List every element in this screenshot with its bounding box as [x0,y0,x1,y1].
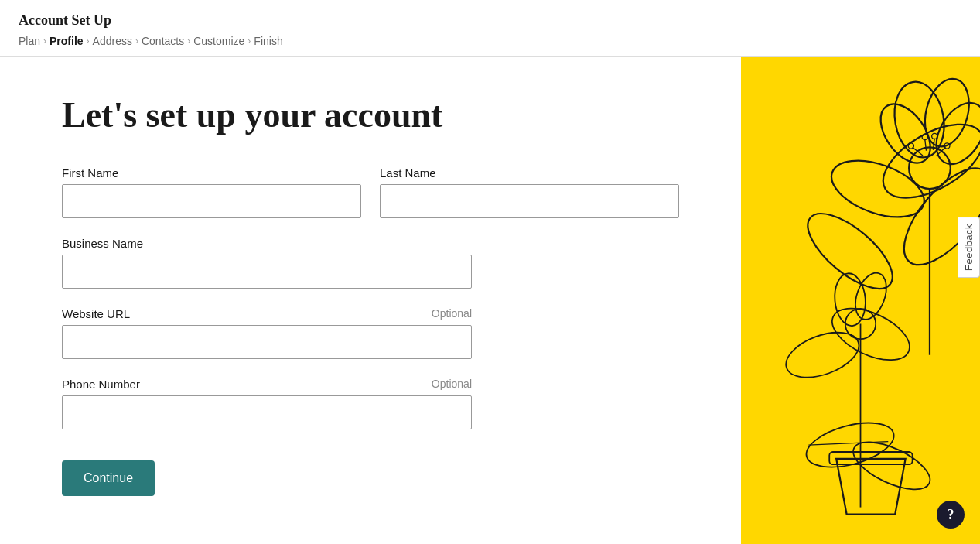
chevron-icon-2: › [87,36,90,46]
chevron-icon-4: › [187,36,190,46]
flower-svg [741,57,980,544]
svg-line-9 [925,139,927,151]
breadcrumb-plan[interactable]: Plan [19,35,40,47]
phone-number-label-row: Phone Number Optional [62,378,472,391]
page-title: Account Set Up [19,12,961,29]
first-name-input[interactable] [62,184,361,218]
form-area: Let's set up your account First Name Las… [0,57,741,544]
continue-button[interactable]: Continue [62,460,155,496]
help-button[interactable]: ? [937,501,965,529]
website-url-label-row: Website URL Optional [62,307,472,320]
illustration-area [741,57,980,544]
breadcrumb-profile[interactable]: Profile [50,35,84,47]
main-layout: Let's set up your account First Name Las… [0,57,980,544]
breadcrumb-finish[interactable]: Finish [254,35,282,47]
first-name-group: First Name [62,166,361,218]
website-url-group: Website URL Optional [62,307,679,359]
svg-point-6 [871,95,941,172]
phone-number-input[interactable] [62,395,472,429]
last-name-input[interactable] [380,184,679,218]
last-name-label: Last Name [380,166,436,180]
business-name-label: Business Name [62,237,143,250]
name-row: First Name Last Name [62,166,679,218]
first-name-label-row: First Name [62,166,361,180]
svg-point-19 [780,323,865,386]
website-url-label: Website URL [62,307,130,320]
last-name-label-row: Last Name [380,166,679,180]
first-name-label: First Name [62,166,118,180]
business-name-label-row: Business Name [62,237,679,250]
chevron-icon-5: › [248,36,251,46]
last-name-group: Last Name [380,166,679,218]
breadcrumb-customize[interactable]: Customize [193,35,244,47]
breadcrumb-contacts[interactable]: Contacts [142,35,184,47]
chevron-icon-3: › [135,36,138,46]
website-url-input[interactable] [62,325,472,359]
breadcrumb-address[interactable]: Address [93,35,132,47]
feedback-tab[interactable]: Feedback [958,217,980,278]
phone-number-group: Phone Number Optional [62,378,679,429]
header: Account Set Up Plan › Profile › Address … [0,0,980,57]
phone-number-optional: Optional [432,378,472,390]
svg-point-12 [932,133,937,139]
website-url-optional: Optional [432,307,472,320]
svg-point-14 [908,143,913,149]
chevron-icon-1: › [43,36,46,46]
form-heading: Let's set up your account [62,96,679,135]
business-name-input[interactable] [62,255,472,289]
breadcrumb: Plan › Profile › Address › Contacts › Cu… [19,35,961,56]
phone-number-label: Phone Number [62,378,140,391]
business-name-group: Business Name [62,237,679,289]
